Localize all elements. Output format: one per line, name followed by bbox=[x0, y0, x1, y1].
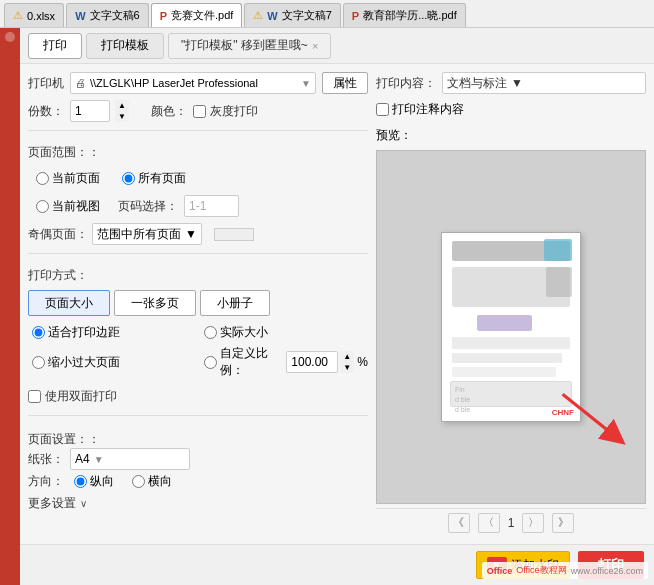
shrink-text: 缩小过大页面 bbox=[48, 354, 120, 371]
duplex-label[interactable]: 使用双面打印 bbox=[28, 388, 117, 405]
annotation-checkbox[interactable] bbox=[376, 103, 389, 116]
content-line2 bbox=[452, 353, 562, 363]
tab-word6-label: 文字文稿6 bbox=[90, 8, 140, 23]
annotation-label[interactable]: 打印注释内容 bbox=[376, 101, 464, 118]
page-setup-title: 页面设置： bbox=[28, 431, 100, 448]
scale-spinner: ▲ ▼ bbox=[340, 351, 354, 373]
custom-scale-radio-label[interactable]: 自定义比例： bbox=[204, 345, 283, 379]
copies-up-btn[interactable]: ▲ bbox=[115, 100, 129, 111]
preview-area: Find bled ble CHNF bbox=[376, 150, 646, 504]
tab-pdf2-label: 教育部学历...晓.pdf bbox=[363, 8, 457, 23]
warn-icon: ⚠ bbox=[13, 9, 23, 22]
preview-label-row: 预览： bbox=[376, 124, 646, 146]
shrink-radio-label[interactable]: 缩小过大页面 bbox=[32, 345, 196, 379]
pdf-icon: P bbox=[160, 10, 167, 22]
settings-panel: 打印机 🖨 \\ZLGLK\HP LaserJet Professional ▼… bbox=[28, 72, 368, 536]
properties-btn[interactable]: 属性 bbox=[322, 72, 368, 94]
office-icon: Office bbox=[487, 566, 513, 576]
grayscale-label[interactable]: 灰度打印 bbox=[193, 103, 258, 120]
odd-even-select[interactable]: 范围中所有页面 ▼ bbox=[92, 223, 202, 245]
office-logo-overlay: Office Office教程网 www.office26.com bbox=[482, 562, 648, 579]
more-settings-label: 更多设置 bbox=[28, 495, 76, 512]
tab-word7-label: 文字文稿7 bbox=[282, 8, 332, 23]
divider2 bbox=[28, 253, 368, 254]
print-content-select[interactable]: 文档与标注 ▼ bbox=[442, 72, 646, 94]
page-range-input[interactable] bbox=[184, 195, 239, 217]
divider1 bbox=[28, 130, 368, 131]
copies-label: 份数： bbox=[28, 103, 64, 120]
content-line1 bbox=[452, 337, 570, 349]
copies-down-btn[interactable]: ▼ bbox=[115, 111, 129, 122]
landscape-radio-label[interactable]: 横向 bbox=[132, 473, 172, 490]
current-page-radio[interactable] bbox=[36, 172, 49, 185]
content-block2 bbox=[546, 267, 572, 297]
divider3 bbox=[28, 415, 368, 416]
paper-value: A4 bbox=[75, 452, 90, 466]
template-toolbar-btn[interactable]: 打印模板 bbox=[86, 33, 164, 59]
first-page-btn[interactable]: 《 bbox=[448, 513, 470, 533]
pdf-icon2: P bbox=[352, 10, 359, 22]
more-settings-row[interactable]: 更多设置 ∨ bbox=[28, 492, 368, 514]
next-page-btn[interactable]: 〉 bbox=[522, 513, 544, 533]
main-content: 打印 打印模板 "打印模板" 移到匿里哦~ × 打印机 🖨 \\ZLGL bbox=[0, 28, 654, 585]
close-tab-icon[interactable]: × bbox=[312, 40, 318, 52]
preview-checkbox-placeholder bbox=[214, 228, 254, 241]
fit-margin-radio[interactable] bbox=[32, 326, 45, 339]
landscape-radio[interactable] bbox=[132, 475, 145, 488]
tab-word6[interactable]: W 文字文稿6 bbox=[66, 3, 149, 27]
custom-scale-input[interactable] bbox=[286, 351, 338, 373]
tab-word7[interactable]: ⚠ W 文字文稿7 bbox=[244, 3, 341, 27]
odd-even-label: 奇偶页面： bbox=[28, 226, 88, 243]
content-line3 bbox=[452, 367, 556, 377]
multi-page-btn[interactable]: 一张多页 bbox=[114, 290, 196, 316]
orientation-row: 方向： 纵向 横向 bbox=[28, 470, 368, 492]
odd-even-row: 奇偶页面： 范围中所有页面 ▼ bbox=[28, 223, 368, 245]
scale-down-btn[interactable]: ▼ bbox=[340, 362, 354, 373]
printer-icon: 🖨 bbox=[75, 77, 86, 89]
purple-block bbox=[477, 315, 532, 331]
scale-up-btn[interactable]: ▲ bbox=[340, 351, 354, 362]
actual-size-radio-label[interactable]: 实际大小 bbox=[204, 324, 368, 341]
grayscale-text: 灰度打印 bbox=[210, 103, 258, 120]
all-pages-radio[interactable] bbox=[122, 172, 135, 185]
tab-bar: ⚠ 0.xlsx W 文字文稿6 P 竞赛文件.pdf ⚠ W 文字文稿7 P … bbox=[0, 0, 654, 28]
tab-xlsx[interactable]: ⚠ 0.xlsx bbox=[4, 3, 64, 27]
landscape-text: 横向 bbox=[148, 473, 172, 490]
last-page-btn[interactable]: 》 bbox=[552, 513, 574, 533]
paper-arrow-icon: ▼ bbox=[94, 454, 104, 465]
portrait-radio-label[interactable]: 纵向 bbox=[74, 473, 114, 490]
scale-unit: % bbox=[357, 355, 368, 369]
fit-margin-radio-label[interactable]: 适合打印边距 bbox=[32, 324, 196, 341]
page-range-title: 页面范围： bbox=[28, 144, 100, 161]
preview-header: 打印内容： 文档与标注 ▼ bbox=[376, 72, 646, 94]
content-panel: 打印 打印模板 "打印模板" 移到匿里哦~ × 打印机 🖨 \\ZLGL bbox=[20, 28, 654, 585]
custom-scale-row: 自定义比例： ▲ ▼ % bbox=[204, 345, 368, 379]
tab-pdf1[interactable]: P 竞赛文件.pdf bbox=[151, 3, 243, 27]
current-view-radio[interactable] bbox=[36, 200, 49, 213]
current-page-radio-label[interactable]: 当前页面 bbox=[36, 170, 100, 187]
move-tab-link[interactable]: "打印模板" 移到匿里哦~ × bbox=[168, 33, 331, 59]
tab-pdf2[interactable]: P 教育部学历...晓.pdf bbox=[343, 3, 466, 27]
duplex-checkbox[interactable] bbox=[28, 390, 41, 403]
current-view-radio-label[interactable]: 当前视图 bbox=[36, 198, 100, 215]
custom-scale-label: 自定义比例： bbox=[220, 345, 283, 379]
prev-page-btn[interactable]: 〈 bbox=[478, 513, 500, 533]
printer-arrow-icon: ▼ bbox=[301, 78, 311, 89]
portrait-radio[interactable] bbox=[74, 475, 87, 488]
print-content-arrow-icon: ▼ bbox=[511, 76, 523, 90]
booklet-btn[interactable]: 小册子 bbox=[200, 290, 270, 316]
custom-scale-radio[interactable] bbox=[204, 356, 217, 369]
grayscale-checkbox[interactable] bbox=[193, 105, 206, 118]
printer-select[interactable]: 🖨 \\ZLGLK\HP LaserJet Professional ▼ bbox=[70, 72, 316, 94]
page-range-row1: 当前页面 所有页面 bbox=[28, 167, 368, 189]
paper-select[interactable]: A4 ▼ bbox=[70, 448, 190, 470]
print-method-title-row: 打印方式 bbox=[28, 262, 368, 284]
all-pages-radio-label[interactable]: 所有页面 bbox=[122, 170, 186, 187]
shrink-radio[interactable] bbox=[32, 356, 45, 369]
fit-page-btn[interactable]: 页面大小 bbox=[28, 290, 110, 316]
print-toolbar-btn[interactable]: 打印 bbox=[28, 33, 82, 59]
copies-input[interactable] bbox=[70, 100, 110, 122]
tab-xlsx-label: 0.xlsx bbox=[27, 10, 55, 22]
actual-size-radio[interactable] bbox=[204, 326, 217, 339]
odd-even-arrow-icon: ▼ bbox=[185, 227, 197, 241]
